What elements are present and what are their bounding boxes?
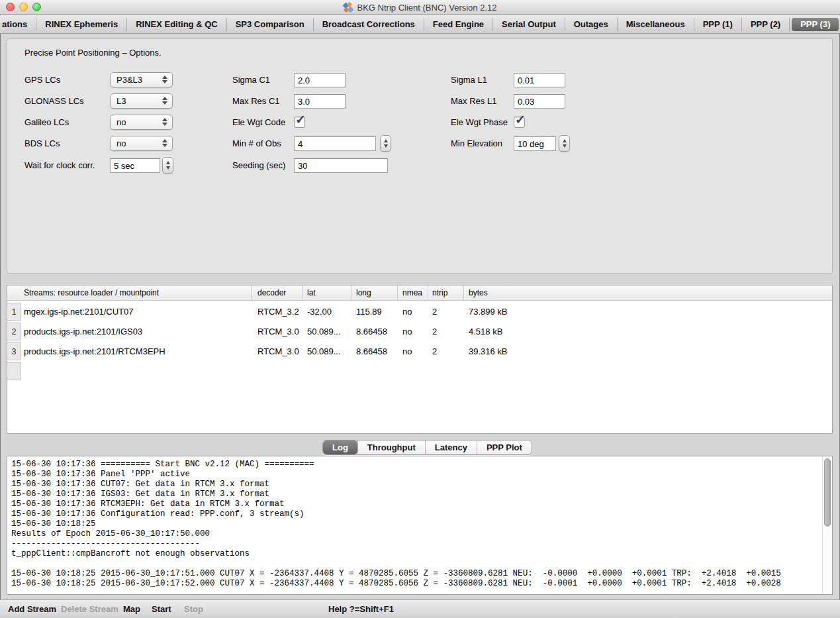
tab-rinex-ephemeris[interactable]: RINEX Ephemeris (36, 18, 127, 31)
galileo-lcs-label: Galileo LCs (24, 114, 69, 131)
wait-clock-label: Wait for clock corr. (24, 157, 95, 174)
sigma-c1-label: Sigma C1 (232, 72, 270, 89)
ele-wgt-code-checkbox[interactable]: ✓ (294, 117, 305, 128)
log-line: 15-06-30 10:17:36 IGS03: Get data in RTC… (11, 489, 821, 499)
updown-arrows-icon (162, 139, 167, 147)
galileo-lcs-value: no (117, 117, 126, 127)
cell-nmea: no (402, 342, 412, 362)
streams-table: Streams: resource loader / mountpoint de… (7, 285, 833, 434)
glonass-lcs-dropdown[interactable]: L3 (110, 93, 173, 109)
sigma-c1-input[interactable] (294, 73, 346, 87)
log-line: 15-06-30 10:17:36 CUT07: Get data in RTC… (11, 480, 821, 489)
table-row[interactable]: products.igs-ip.net:2101/IGS03 RTCM_3.0 … (7, 322, 832, 342)
galileo-lcs-dropdown[interactable]: no (110, 115, 173, 130)
window-controls (6, 3, 41, 11)
delete-stream-button: Delete Stream (61, 600, 118, 618)
min-obs-stepper[interactable] (380, 135, 391, 152)
tab-ppp-plot[interactable]: PPP Plot (477, 440, 532, 454)
cell-decoder: RTCM_3.0 (257, 322, 299, 342)
sigma-l1-label: Sigma L1 (451, 72, 487, 89)
cell-ntrip: 2 (432, 302, 437, 322)
cell-nmea: no (402, 322, 412, 342)
tab-feed-engine[interactable]: Feed Engine (424, 18, 493, 31)
map-button[interactable]: Map (123, 600, 140, 618)
tab-observations[interactable]: ations (0, 18, 36, 31)
log-output-panel[interactable]: 15-06-30 10:17:36 ========== Start BNC v… (7, 456, 833, 595)
log-scrollbar-thumb[interactable] (824, 458, 831, 527)
bds-lcs-label: BDS LCs (24, 135, 60, 152)
wait-clock-input[interactable] (110, 158, 160, 173)
bds-lcs-dropdown[interactable]: no (110, 136, 173, 151)
streams-table-header: Streams: resource loader / mountpoint de… (7, 285, 832, 301)
tab-ppp-2[interactable]: PPP (2) (742, 18, 790, 31)
col-header-mountpoint: Streams: resource loader / mountpoint (24, 285, 159, 301)
ele-wgt-phase-checkbox[interactable]: ✓ (514, 117, 525, 128)
col-header-ntrip: ntrip (432, 285, 447, 301)
table-row[interactable]: mgex.igs-ip.net:2101/CUT07 RTCM_3.2 -32.… (7, 302, 832, 322)
log-line: -------------------------------------- (11, 539, 821, 549)
log-scrollbar[interactable] (822, 456, 832, 594)
bds-lcs-value: no (117, 138, 126, 148)
close-window-button[interactable] (6, 3, 15, 11)
tab-ppp-1[interactable]: PPP (1) (694, 18, 742, 31)
log-line: 15-06-30 10:17:36 Panel 'PPP' active (11, 470, 821, 480)
min-elevation-input[interactable] (514, 136, 556, 151)
ele-wgt-phase-label: Ele Wgt Phase (451, 114, 508, 131)
seeding-input[interactable] (294, 158, 388, 173)
cell-bytes: 73.899 kB (469, 302, 508, 322)
tab-outages[interactable]: Outages (565, 18, 618, 31)
cell-bytes: 4.518 kB (469, 322, 502, 342)
cell-long: 115.89 (356, 302, 382, 322)
glonass-lcs-value: L3 (117, 96, 126, 106)
bnc-app-icon (344, 3, 353, 13)
cell-long: 8.66458 (356, 342, 387, 362)
cell-lat: 50.089... (307, 342, 341, 362)
log-line: 15-06-30 10:18:25 2015-06-30_10:17:51.00… (11, 569, 821, 579)
cell-lat: -32.00 (307, 302, 332, 322)
tab-serial-output[interactable]: Serial Output (493, 18, 565, 31)
ppp-options-panel: Precise Point Positioning – Options. GPS… (7, 38, 833, 274)
row-header-empty (7, 362, 21, 380)
min-obs-input[interactable] (294, 136, 376, 151)
col-header-decoder: decoder (257, 285, 286, 301)
log-line: 15-06-30 10:17:36 ========== Start BNC v… (11, 460, 821, 470)
log-line: 15-06-30 10:17:36 RTCM3EPH: Get data in … (11, 499, 821, 509)
wait-clock-stepper[interactable] (162, 157, 173, 174)
tab-miscellaneous[interactable]: Miscellaneous (618, 18, 694, 31)
panel-title: Precise Point Positioning – Options. (24, 48, 162, 58)
cell-lat: 50.089... (307, 322, 341, 342)
gps-lcs-dropdown[interactable]: P3&L3 (110, 72, 173, 87)
tab-broadcast-corrections[interactable]: Broadcast Corrections (314, 18, 424, 31)
zoom-window-button[interactable] (32, 3, 41, 11)
add-stream-button[interactable]: Add Stream (8, 600, 56, 618)
sigma-l1-input[interactable] (514, 73, 565, 87)
glonass-lcs-label: GLONASS LCs (24, 93, 84, 110)
col-header-nmea: nmea (402, 285, 422, 301)
tab-log[interactable]: Log (323, 440, 357, 454)
cell-decoder: RTCM_3.0 (257, 342, 299, 362)
tab-latency[interactable]: Latency (425, 440, 477, 454)
tab-rinex-editing-qc[interactable]: RINEX Editing & QC (127, 18, 227, 31)
cell-ntrip: 2 (432, 322, 437, 342)
max-res-l1-input[interactable] (514, 94, 565, 109)
tab-throughput[interactable]: Throughput (357, 440, 425, 454)
table-row[interactable]: products.igs-ip.net:2101/RTCM3EPH RTCM_3… (7, 342, 832, 362)
tab-ppp-3[interactable]: PPP (3) (792, 18, 839, 31)
tab-sp3-comparison[interactable]: SP3 Comparison (227, 18, 314, 31)
col-header-lat: lat (307, 285, 316, 301)
log-line: 15-06-30 10:18:25 2015-06-30_10:17:52.00… (11, 579, 821, 589)
app-window: BKG Ntrip Client (BNC) Version 2.12 atio… (0, 0, 840, 618)
log-line: 15-06-30 10:18:25 (11, 519, 821, 529)
log-lines: 15-06-30 10:17:36 ========== Start BNC v… (11, 460, 821, 589)
window-title: BKG Ntrip Client (BNC) Version 2.12 (357, 3, 497, 13)
min-elevation-stepper[interactable] (559, 135, 570, 152)
bottom-toolbar: Add Stream Delete Stream Map Start Stop … (0, 599, 840, 618)
col-header-long: long (356, 285, 371, 301)
title-bar: BKG Ntrip Client (BNC) Version 2.12 (0, 0, 840, 15)
checkmark-icon: ✓ (515, 112, 526, 127)
start-button[interactable]: Start (152, 600, 171, 618)
max-res-c1-input[interactable] (294, 94, 346, 109)
tab-bar: ations RINEX Ephemeris RINEX Editing & Q… (0, 15, 840, 34)
gps-lcs-value: P3&L3 (117, 75, 142, 85)
minimize-window-button[interactable] (19, 3, 28, 11)
